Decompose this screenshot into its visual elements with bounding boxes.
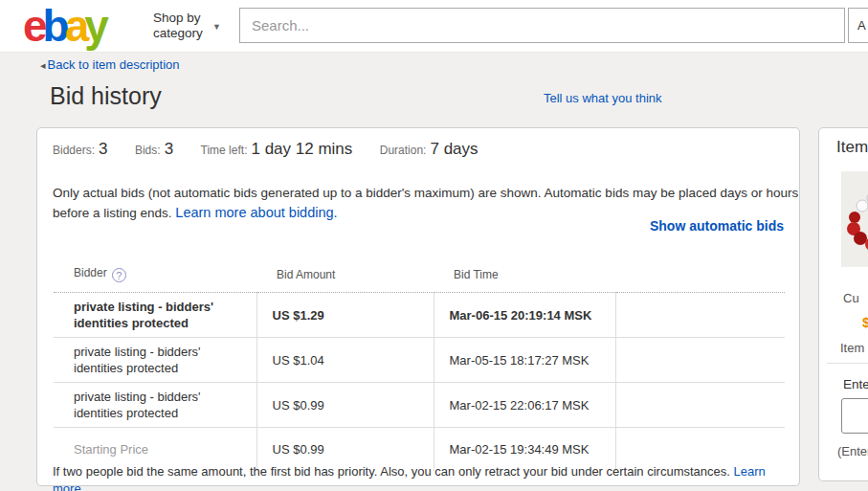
bid-amount-input[interactable] bbox=[841, 398, 868, 434]
item-info-title: Item bbox=[836, 138, 868, 157]
feedback-link[interactable]: Tell us what you think bbox=[544, 91, 662, 105]
table-header-row: Bidder? Bid Amount Bid Time bbox=[54, 258, 785, 293]
all-categories-dropdown[interactable]: A bbox=[848, 8, 868, 43]
bidder-header-label: Bidder bbox=[74, 266, 107, 279]
learn-more-bidding-link[interactable]: Learn more about bidding. bbox=[175, 205, 337, 220]
time-cell: Mar-02-15 22:06:17 MSK bbox=[434, 383, 615, 428]
show-automatic-bids-link[interactable]: Show automatic bids bbox=[650, 218, 784, 234]
top-header: ebay Shop by category ▼ A bbox=[0, 0, 868, 53]
footnote-text: If two people bid the same amount, the f… bbox=[53, 464, 734, 479]
amount-cell: US $0.99 bbox=[256, 383, 434, 428]
help-icon[interactable]: ? bbox=[112, 268, 126, 282]
stat-bids-label: Bids: bbox=[135, 144, 161, 157]
stat-duration-label: Duration: bbox=[380, 144, 427, 157]
bid-history-panel: Bidders:3 Bids:3 Time left:1 day 12 mins… bbox=[36, 127, 800, 486]
bidder-cell: private listing - bidders' identities pr… bbox=[54, 383, 256, 428]
sidebar-divider bbox=[827, 363, 868, 364]
time-cell: Mar-06-15 20:19:14 MSK bbox=[434, 293, 615, 338]
chevron-down-icon: ▼ bbox=[212, 19, 221, 34]
back-arrow-icon: ◂ bbox=[40, 59, 46, 71]
back-to-item-link[interactable]: ◂Back to item description bbox=[40, 57, 180, 72]
bidder-cell: private listing - bidders' identities pr… bbox=[54, 338, 256, 383]
logo-letter-a: a bbox=[65, 3, 85, 49]
column-header-amount: Bid Amount bbox=[256, 258, 434, 293]
item-thumbnail bbox=[841, 171, 868, 267]
item-number-label-fragment: Item bbox=[840, 341, 864, 355]
empty-cell bbox=[615, 338, 785, 383]
table-row: private listing - bidders' identities pr… bbox=[54, 383, 785, 428]
current-bid-label-fragment: Cu bbox=[843, 291, 859, 305]
stat-duration-value: 7 days bbox=[430, 140, 478, 158]
stat-bids-value: 3 bbox=[165, 140, 173, 158]
stat-bids: Bids:3 bbox=[135, 140, 173, 159]
auction-stats: Bidders:3 Bids:3 Time left:1 day 12 mins… bbox=[53, 140, 501, 159]
automatic-bids-notice: Only actual bids (not automatic bids gen… bbox=[53, 184, 799, 223]
search-input[interactable] bbox=[239, 8, 845, 43]
table-row: private listing - bidders' identities pr… bbox=[54, 338, 785, 383]
enter-bid-label-fragment: Enter bbox=[843, 377, 868, 391]
stat-bidders: Bidders:3 bbox=[53, 140, 108, 159]
stat-bidders-label: Bidders: bbox=[53, 144, 95, 157]
page-title: Bid history bbox=[50, 82, 162, 110]
logo-letter-e: e bbox=[23, 3, 43, 49]
column-header-time: Bid Time bbox=[434, 258, 615, 293]
shop-by-line1: Shop by bbox=[153, 11, 203, 26]
bid-history-page: ebay Shop by category ▼ A ◂Back to item … bbox=[0, 0, 868, 491]
enter-bid-hint-fragment: (Enter bbox=[837, 444, 868, 458]
empty-cell bbox=[615, 383, 785, 428]
column-header-bidder: Bidder? bbox=[54, 258, 256, 293]
back-link-label: Back to item description bbox=[48, 57, 180, 72]
amount-cell: US $1.29 bbox=[256, 293, 434, 338]
bid-history-table: Bidder? Bid Amount Bid Time private list… bbox=[54, 258, 785, 471]
item-info-panel: Item Cu $ Item Enter (Enter bbox=[818, 127, 868, 481]
empty-cell bbox=[615, 293, 785, 338]
logo-letter-b: b bbox=[43, 3, 65, 49]
stat-time-left-value: 1 day 12 mins bbox=[251, 140, 352, 158]
time-cell: Mar-05-15 18:17:27 MSK bbox=[434, 338, 615, 383]
bidder-cell: private listing - bidders' identities pr… bbox=[54, 293, 256, 338]
current-bid-price-fragment: $ bbox=[862, 315, 868, 330]
ebay-logo[interactable]: ebay bbox=[23, 3, 104, 49]
column-header-empty bbox=[615, 258, 785, 293]
notice-text: Only actual bids (not automatic bids gen… bbox=[53, 186, 798, 220]
retraction-footnote: If two people bid the same amount, the f… bbox=[53, 463, 794, 491]
stat-bidders-value: 3 bbox=[99, 140, 107, 158]
amount-cell: US $1.04 bbox=[256, 338, 434, 383]
stat-time-left-label: Time left: bbox=[201, 144, 248, 157]
table-row: private listing - bidders' identities pr… bbox=[54, 293, 785, 338]
shop-by-category-dropdown[interactable]: Shop by category ▼ bbox=[153, 11, 203, 41]
logo-letter-y: y bbox=[84, 3, 104, 49]
shop-by-line2: category bbox=[153, 26, 203, 41]
stat-time-left: Time left:1 day 12 mins bbox=[201, 140, 353, 159]
stat-duration: Duration:7 days bbox=[380, 140, 479, 159]
